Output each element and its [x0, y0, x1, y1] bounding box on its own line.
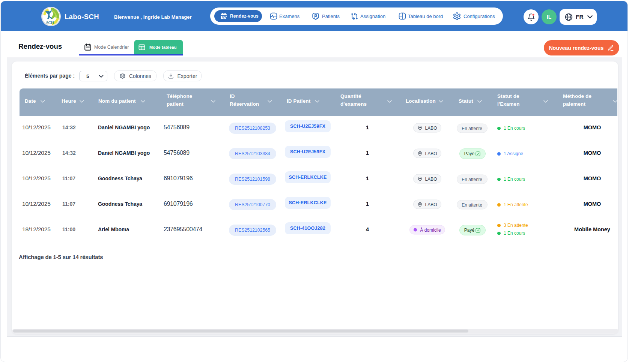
svg-text:SCH: SCH [46, 21, 54, 25]
